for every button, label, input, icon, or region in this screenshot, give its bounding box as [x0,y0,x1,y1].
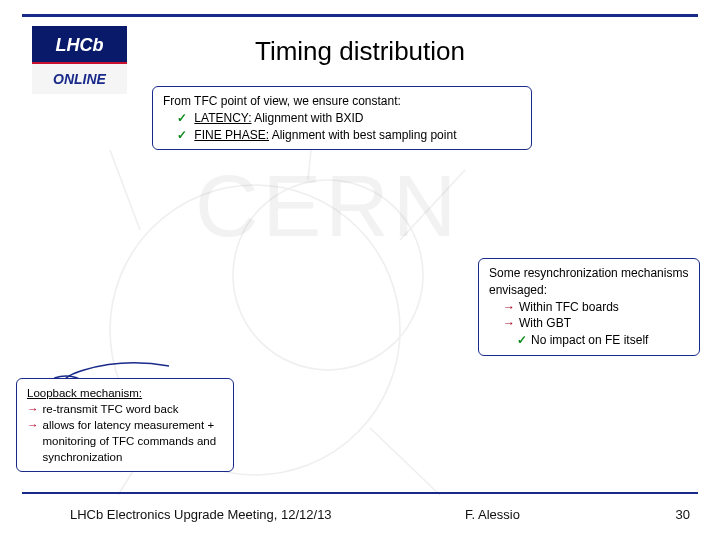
logo-lower-text: ONLINE [32,64,127,94]
resync-box: Some resynchronization mechanisms envisa… [478,258,700,356]
arrow-right-icon: → [27,403,39,415]
svg-line-4 [370,428,440,495]
loopback-heading: Loopback mechanism: [27,385,223,401]
footer-meeting: LHCb Electronics Upgrade Meeting, 12/12/… [70,507,332,522]
tfc-heading: From TFC point of view, we ensure consta… [163,93,521,110]
resync-heading: Some resynchronization mechanisms envisa… [489,265,689,299]
loopback-box: Loopback mechanism: →re-transmit TFC wor… [16,378,234,472]
footer-author: F. Alessio [465,507,520,522]
page-title: Timing distribution [0,36,720,67]
resync-item-tfc: →Within TFC boards [503,299,689,316]
check-icon: ✓ [517,333,527,347]
cern-watermark-text: CERN [195,155,460,257]
tfc-item-finephase: ✓ FINE PHASE: Alignment with best sampli… [177,127,521,144]
tfc-box: From TFC point of view, we ensure consta… [152,86,532,150]
tfc-item-latency: ✓ LATENCY: Alignment with BXID [177,110,521,127]
footer-page-number: 30 [676,507,690,522]
arrow-right-icon: → [503,316,515,330]
check-icon: ✓ [177,111,187,125]
bottom-divider [22,492,698,494]
arrow-right-icon: → [27,417,39,465]
loopback-item-retransmit: →re-transmit TFC word back [27,401,223,417]
top-divider [22,14,698,17]
arrow-right-icon: → [503,300,515,314]
resync-subitem-fe: ✓No impact on FE itself [517,332,689,349]
resync-item-gbt: →With GBT [503,315,689,332]
svg-line-2 [110,150,140,230]
loopback-item-latency: →allows for latency measurement + monito… [27,417,223,465]
check-icon: ✓ [177,128,187,142]
